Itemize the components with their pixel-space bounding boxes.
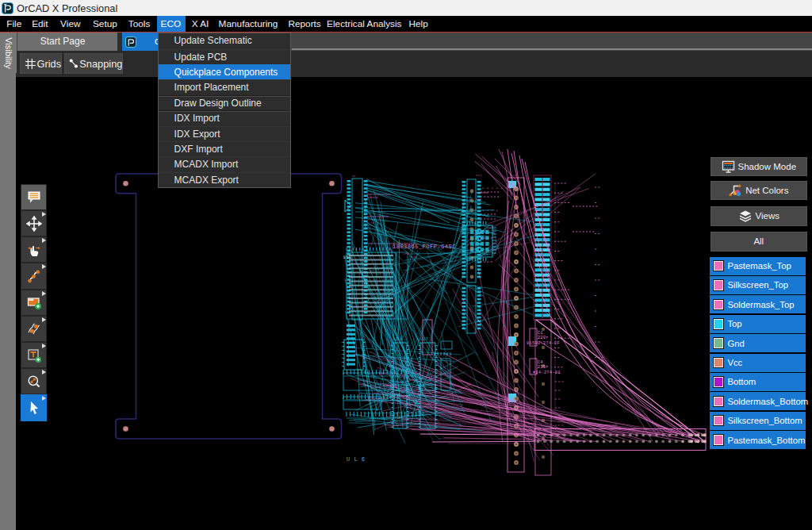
- svg-text:5DB: 5DB: [476, 198, 481, 201]
- svg-text:5DB5NB: 5DB5NB: [367, 197, 378, 199]
- svg-text:230r: 230r: [538, 365, 549, 370]
- svg-text:U L 6: U L 6: [347, 456, 366, 463]
- svg-text:VS: VS: [352, 175, 356, 178]
- svg-text:220r: 220r: [538, 336, 549, 340]
- svg-text:VS1: VS1: [476, 174, 482, 177]
